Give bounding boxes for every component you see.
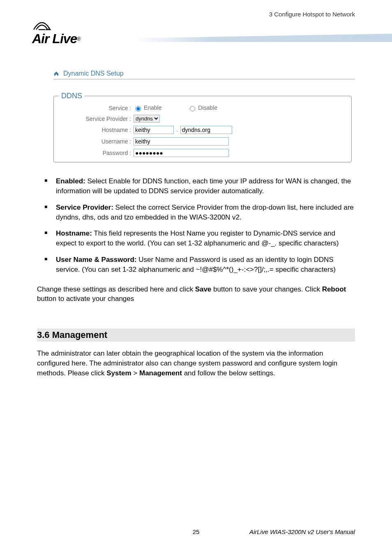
list-item: User Name & Password: User Name and Pass… xyxy=(44,255,355,275)
header-accent-wedge xyxy=(133,34,392,42)
list-item: Hostname: This field represents the Host… xyxy=(44,229,355,248)
service-label: Service : xyxy=(58,105,131,111)
hostname-label: Hostname : xyxy=(58,127,131,133)
hostname-suffix-input[interactable] xyxy=(180,126,232,134)
provider-label: Service Provider : xyxy=(58,116,131,122)
hostname-input[interactable] xyxy=(134,126,174,134)
logo: Air Live® xyxy=(32,21,81,46)
section-heading: 3.6 Management xyxy=(37,328,355,342)
service-enable-radio[interactable] xyxy=(136,106,141,111)
list-item: Enabled: Select Enable for DDNS function… xyxy=(44,176,355,196)
ddns-legend: DDNS xyxy=(59,92,85,100)
wifi-arcs-logo-icon xyxy=(32,21,52,31)
save-paragraph: Change these settings as described here … xyxy=(37,284,355,304)
panel-title: Dynamic DNS Setup xyxy=(63,70,124,77)
divider xyxy=(53,79,355,79)
service-radio-group: Enable Disable xyxy=(134,104,347,111)
service-provider-select[interactable]: dyndns xyxy=(134,115,160,123)
home-icon xyxy=(53,71,59,76)
username-input[interactable] xyxy=(134,137,229,146)
password-label: Password : xyxy=(58,150,131,156)
footer: 25 AirLive WIAS-3200N v2 User's Manual xyxy=(37,528,355,535)
section-intro: The administrator can later obtain the g… xyxy=(37,349,355,378)
password-input[interactable] xyxy=(134,149,229,157)
ddns-fieldset: DDNS Service : Enable Disable Service Pr… xyxy=(53,92,352,162)
manual-title: AirLive WIAS-3200N v2 User's Manual xyxy=(249,528,355,535)
chapter-header: 3 Configure Hotspot to Network xyxy=(269,11,355,18)
list-item: Service Provider: Select the correct Ser… xyxy=(44,203,355,222)
username-label: Username : xyxy=(58,138,131,145)
service-disable-radio[interactable] xyxy=(190,106,195,111)
